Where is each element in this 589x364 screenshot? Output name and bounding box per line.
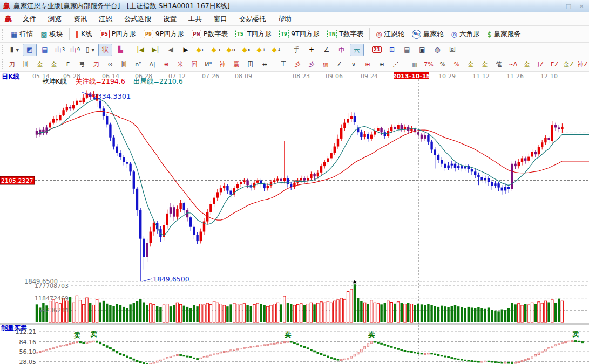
menu-item-trade[interactable]: 交易委托 — [233, 12, 272, 25]
toolbar-button-p-square[interactable]: PSP四方形 — [96, 26, 140, 42]
grid-123-button[interactable]: 田 — [244, 59, 257, 70]
first-bar-button[interactable]: |◀ — [133, 44, 147, 56]
close-button[interactable]: × — [577, 3, 586, 10]
angle-measure-button[interactable]: ∠ — [320, 44, 334, 56]
n-square-button[interactable]: n² — [132, 59, 145, 70]
frame-tool-button[interactable]: 工 — [277, 59, 290, 70]
box-grid-button[interactable]: 回 — [188, 59, 201, 70]
f-ruler-button[interactable]: F — [62, 59, 75, 70]
gold-line-button[interactable]: 金 — [478, 59, 491, 70]
minimize-button[interactable]: ─ — [551, 3, 560, 10]
diamond-plus-button[interactable]: ◆+ — [254, 44, 268, 56]
calendar-21-button[interactable]: 21 — [370, 44, 384, 56]
info-note-button[interactable]: ▤ — [38, 44, 52, 56]
rays-purple-button[interactable]: 彡 — [305, 59, 318, 70]
diamond-hspan-button[interactable]: ◆↔ — [224, 44, 238, 56]
toolbar-button-gann-wheel[interactable]: ◎江恩轮 — [372, 26, 408, 42]
toolbar-button-t-square[interactable]: TST四方形 — [232, 26, 275, 42]
toolbar-button-hexagon[interactable]: ◎六角形 — [448, 26, 484, 42]
toolbar-button-9t-square[interactable]: T99T四方形 — [275, 26, 323, 42]
circle-cross-button[interactable]: ⊕ — [160, 59, 173, 70]
net-sync-button[interactable]: ◍ — [430, 44, 444, 56]
qiankun-kline-button[interactable]: 状 — [98, 44, 112, 56]
flower-tool-button[interactable]: 帀 — [335, 44, 349, 56]
angle-lines-button[interactable]: ∠ — [333, 59, 346, 70]
chart-area[interactable]: 日K线05-1405-2806-1406-2807-1207-2608-0908… — [0, 72, 589, 364]
menu-item-help[interactable]: 帮助 — [272, 12, 297, 25]
next-bar-button[interactable]: ▶ — [179, 44, 193, 56]
percent-line-button[interactable]: % — [450, 59, 463, 70]
level-bars-button[interactable]: ▥ — [408, 59, 421, 70]
v-lines-button[interactable]: ∨ — [347, 59, 360, 70]
j-angle-button[interactable]: J∠ — [534, 59, 547, 70]
menu-item-browse[interactable]: 浏览 — [42, 12, 67, 25]
tick-ruler-2-button[interactable]: 卌 — [118, 59, 131, 70]
wave-tool-button[interactable]: ~A — [506, 59, 519, 70]
tick-ruler-button[interactable]: 卌 — [19, 59, 32, 70]
toolbar-button-winner-wheel[interactable]: Big赢家轮 — [408, 26, 448, 42]
menu-item-window[interactable]: 窗口 — [208, 12, 233, 25]
toolbar-button-quotes[interactable]: ▦行情 — [7, 26, 37, 42]
percent-7-button[interactable]: 7% — [422, 59, 435, 70]
pattern-chart-button[interactable]: ◩ — [23, 44, 37, 56]
gold-circle-button[interactable]: 金 — [464, 59, 477, 70]
toolbar-button-sectors[interactable]: ▩板块 — [37, 26, 66, 42]
menu-item-formula-pick[interactable]: 公式选股 — [118, 12, 157, 25]
shen-tool-button[interactable]: 神 — [216, 59, 229, 70]
calculator-button[interactable]: ⊞ — [385, 44, 399, 56]
quote-mark-button[interactable]: И" — [202, 59, 215, 70]
spiral-tool-button[interactable]: 弓 — [76, 59, 89, 70]
percent-button[interactable]: % — [436, 59, 449, 70]
box-rays-button[interactable]: ▨ — [319, 59, 332, 70]
toolbar-button-winner-service[interactable]: $赢家服务 — [483, 26, 524, 42]
menu-item-gann[interactable]: 江恩 — [93, 12, 118, 25]
gold-gauge-1-button[interactable]: 金 — [33, 59, 46, 70]
crosshair-button[interactable]: + — [304, 44, 319, 56]
cloud-tool-button[interactable]: 云 — [350, 44, 364, 56]
gold-gauge-2-button[interactable]: 金 — [48, 59, 60, 70]
save-button[interactable]: ▣ — [415, 44, 429, 56]
bars-3-button[interactable]: 山3 — [53, 44, 67, 56]
diamond-cross-button[interactable]: ◆x — [239, 44, 253, 56]
maximize-button[interactable]: □ — [564, 3, 573, 10]
gold-angle-button[interactable]: 金∠ — [563, 59, 576, 70]
ink-brush-button[interactable]: 笔 — [492, 59, 505, 70]
pan-hand-button[interactable]: 手 — [289, 44, 303, 56]
red-knife-button[interactable]: 刀 — [90, 59, 103, 70]
shen-angle-button[interactable]: 神∠ — [577, 59, 589, 70]
knife-tool-button[interactable]: 刀 — [5, 59, 18, 70]
a-divider-button[interactable]: A| — [146, 59, 159, 70]
star-grid-button[interactable]: 米 — [174, 59, 187, 70]
workstation-icon: 回 — [449, 45, 456, 54]
diamond-right-button[interactable]: ◆→ — [209, 44, 223, 56]
win-tool-button[interactable]: 赢 — [230, 59, 243, 70]
last-bar-button[interactable]: ▶| — [148, 44, 163, 56]
menu-item-file[interactable]: 文件 — [17, 12, 42, 25]
menu-item-tools[interactable]: 工具 — [182, 12, 208, 25]
period-candle-dropdown-button[interactable]: ▮ ▾ — [8, 44, 22, 56]
toolbar-button-9p-square[interactable]: P99P四方形 — [140, 26, 188, 42]
bars-9-button[interactable]: 山9 — [68, 44, 82, 56]
candle-style-dropdown-button[interactable]: ▯ ▾ — [83, 44, 97, 56]
span-arrow-button[interactable]: ↔ — [258, 59, 271, 70]
prev-bar-button[interactable]: ◀ — [164, 44, 178, 56]
toolbar-button-kline[interactable]: ‖K线 — [72, 26, 96, 42]
toolbar-button-p-number-table[interactable]: PNP数字表 — [188, 26, 232, 42]
menu-item-news[interactable]: 资讯 — [67, 12, 93, 25]
gold-underline-button[interactable]: 金 — [520, 59, 533, 70]
toolbar-button-t-number-table[interactable]: TNT数字表 — [323, 26, 367, 42]
diamond-left-button[interactable]: ◆← — [194, 44, 208, 56]
clock-cycle-button[interactable]: ⊙ — [104, 59, 117, 70]
kline-chart-svg[interactable]: 日K线05-1405-2806-1406-2807-1207-2608-0908… — [0, 72, 589, 364]
menu-item-settings[interactable]: 设置 — [157, 12, 182, 25]
workstation-button[interactable]: 回 — [445, 44, 459, 56]
rays-red-button[interactable]: 彡 — [291, 59, 304, 70]
grid-dark-button[interactable]: ⊞ — [375, 59, 388, 70]
parallel-lines-button[interactable]: ⋰ — [389, 59, 402, 70]
diamond-vspan-button[interactable]: ◆↕ — [269, 44, 283, 56]
app-logo-icon: 赢 — [3, 1, 10, 11]
volume-profile-button[interactable]: ▙ — [113, 44, 127, 56]
grid-red-button[interactable]: ⊞ — [361, 59, 374, 70]
f-angle-button[interactable]: F∠ — [549, 59, 561, 70]
notepad-button[interactable]: ▤ — [400, 44, 414, 56]
